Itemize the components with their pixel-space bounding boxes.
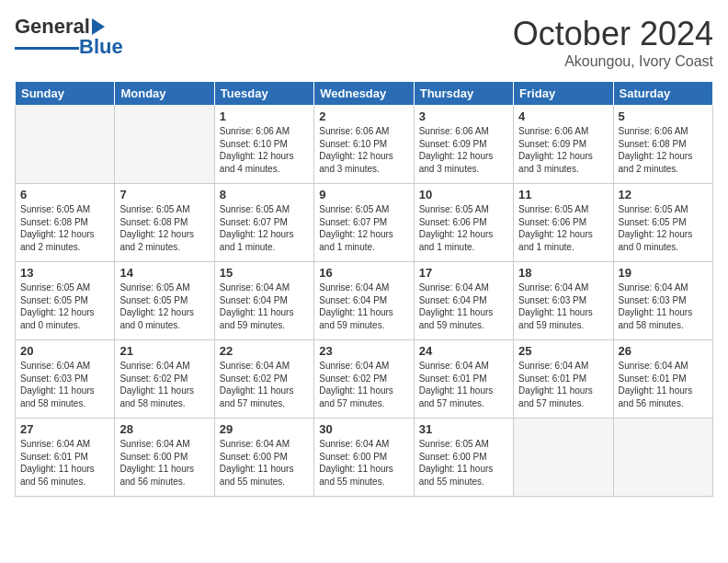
calendar-cell: 19Sunrise: 6:04 AM Sunset: 6:03 PM Dayli…	[613, 262, 712, 340]
day-number: 16	[319, 266, 408, 280]
logo: General Blue	[15, 15, 123, 59]
calendar-table: SundayMondayTuesdayWednesdayThursdayFrid…	[15, 81, 713, 497]
day-content: Sunrise: 6:04 AM Sunset: 6:02 PM Dayligh…	[220, 360, 309, 409]
calendar-cell: 28Sunrise: 6:04 AM Sunset: 6:00 PM Dayli…	[115, 419, 214, 497]
day-number: 12	[619, 188, 708, 201]
calendar-cell: 16Sunrise: 6:04 AM Sunset: 6:04 PM Dayli…	[314, 262, 414, 340]
day-content: Sunrise: 6:04 AM Sunset: 6:01 PM Dayligh…	[419, 360, 508, 409]
calendar-cell: 31Sunrise: 6:05 AM Sunset: 6:00 PM Dayli…	[414, 419, 513, 497]
day-content: Sunrise: 6:05 AM Sunset: 6:06 PM Dayligh…	[419, 203, 508, 253]
day-number: 14	[119, 266, 209, 280]
day-content: Sunrise: 6:04 AM Sunset: 6:03 PM Dayligh…	[20, 360, 109, 409]
calendar-cell	[514, 419, 613, 497]
logo-line	[15, 47, 79, 50]
calendar-cell: 11Sunrise: 6:05 AM Sunset: 6:06 PM Dayli…	[514, 184, 613, 262]
day-content: Sunrise: 6:04 AM Sunset: 6:03 PM Dayligh…	[619, 282, 708, 331]
day-number: 25	[518, 344, 608, 358]
calendar-cell: 1Sunrise: 6:06 AM Sunset: 6:10 PM Daylig…	[214, 106, 313, 184]
calendar-cell: 10Sunrise: 6:05 AM Sunset: 6:06 PM Dayli…	[414, 184, 513, 262]
col-header-saturday: Saturday	[613, 82, 712, 106]
day-content: Sunrise: 6:06 AM Sunset: 6:09 PM Dayligh…	[419, 125, 508, 175]
calendar-cell: 25Sunrise: 6:04 AM Sunset: 6:01 PM Dayli…	[514, 340, 613, 419]
day-content: Sunrise: 6:05 AM Sunset: 6:08 PM Dayligh…	[20, 203, 109, 253]
day-content: Sunrise: 6:04 AM Sunset: 6:01 PM Dayligh…	[518, 360, 608, 409]
day-number: 6	[20, 188, 109, 201]
day-number: 11	[518, 188, 608, 201]
calendar-cell: 12Sunrise: 6:05 AM Sunset: 6:05 PM Dayli…	[613, 184, 712, 262]
calendar-cell: 15Sunrise: 6:04 AM Sunset: 6:04 PM Dayli…	[214, 262, 313, 340]
day-content: Sunrise: 6:05 AM Sunset: 6:05 PM Dayligh…	[119, 282, 209, 331]
day-content: Sunrise: 6:04 AM Sunset: 6:04 PM Dayligh…	[220, 282, 309, 331]
calendar-cell: 14Sunrise: 6:05 AM Sunset: 6:05 PM Dayli…	[115, 262, 214, 340]
logo-text-blue: Blue	[79, 35, 123, 59]
day-content: Sunrise: 6:05 AM Sunset: 6:06 PM Dayligh…	[518, 203, 608, 253]
day-content: Sunrise: 6:04 AM Sunset: 6:01 PM Dayligh…	[20, 438, 109, 488]
col-header-thursday: Thursday	[414, 82, 513, 106]
logo-arrow-icon	[92, 18, 105, 35]
calendar-cell: 13Sunrise: 6:05 AM Sunset: 6:05 PM Dayli…	[16, 262, 115, 340]
col-header-friday: Friday	[514, 82, 613, 106]
day-number: 24	[419, 344, 508, 358]
calendar-cell	[16, 106, 115, 184]
calendar-cell	[613, 419, 712, 497]
calendar-cell: 2Sunrise: 6:06 AM Sunset: 6:10 PM Daylig…	[314, 106, 414, 184]
day-number: 7	[119, 188, 209, 201]
day-content: Sunrise: 6:05 AM Sunset: 6:07 PM Dayligh…	[319, 203, 408, 253]
calendar-cell: 23Sunrise: 6:04 AM Sunset: 6:02 PM Dayli…	[314, 340, 414, 419]
day-number: 19	[619, 266, 708, 280]
day-number: 15	[220, 266, 309, 280]
day-content: Sunrise: 6:04 AM Sunset: 6:01 PM Dayligh…	[619, 360, 708, 409]
day-content: Sunrise: 6:04 AM Sunset: 6:00 PM Dayligh…	[119, 438, 209, 488]
day-content: Sunrise: 6:06 AM Sunset: 6:09 PM Dayligh…	[518, 125, 608, 175]
day-number: 8	[220, 188, 309, 201]
day-content: Sunrise: 6:04 AM Sunset: 6:02 PM Dayligh…	[119, 360, 209, 409]
calendar-cell: 6Sunrise: 6:05 AM Sunset: 6:08 PM Daylig…	[16, 184, 115, 262]
day-content: Sunrise: 6:06 AM Sunset: 6:10 PM Dayligh…	[319, 125, 408, 175]
calendar-cell	[115, 106, 214, 184]
calendar-cell: 30Sunrise: 6:04 AM Sunset: 6:00 PM Dayli…	[314, 419, 414, 497]
calendar-cell: 26Sunrise: 6:04 AM Sunset: 6:01 PM Dayli…	[613, 340, 712, 419]
day-content: Sunrise: 6:06 AM Sunset: 6:10 PM Dayligh…	[220, 125, 309, 175]
day-number: 26	[619, 344, 708, 358]
day-content: Sunrise: 6:04 AM Sunset: 6:00 PM Dayligh…	[319, 438, 408, 488]
calendar-cell: 20Sunrise: 6:04 AM Sunset: 6:03 PM Dayli…	[16, 340, 115, 419]
day-content: Sunrise: 6:05 AM Sunset: 6:05 PM Dayligh…	[619, 203, 708, 253]
day-content: Sunrise: 6:05 AM Sunset: 6:00 PM Dayligh…	[419, 438, 508, 488]
day-content: Sunrise: 6:06 AM Sunset: 6:08 PM Dayligh…	[619, 125, 708, 175]
calendar-cell: 7Sunrise: 6:05 AM Sunset: 6:08 PM Daylig…	[115, 184, 214, 262]
col-header-monday: Monday	[115, 82, 214, 106]
day-content: Sunrise: 6:04 AM Sunset: 6:04 PM Dayligh…	[419, 282, 508, 331]
calendar-cell: 22Sunrise: 6:04 AM Sunset: 6:02 PM Dayli…	[214, 340, 313, 419]
calendar-cell: 4Sunrise: 6:06 AM Sunset: 6:09 PM Daylig…	[514, 106, 613, 184]
day-content: Sunrise: 6:05 AM Sunset: 6:05 PM Dayligh…	[20, 282, 109, 331]
day-number: 22	[220, 344, 309, 358]
calendar-cell: 29Sunrise: 6:04 AM Sunset: 6:00 PM Dayli…	[214, 419, 313, 497]
col-header-sunday: Sunday	[16, 82, 115, 106]
day-number: 5	[619, 109, 708, 123]
day-number: 31	[419, 422, 508, 436]
page-header: General Blue October 2024 Akoungou, Ivor…	[15, 15, 713, 70]
col-header-wednesday: Wednesday	[314, 82, 414, 106]
day-number: 29	[220, 422, 309, 436]
day-number: 2	[319, 109, 408, 123]
day-number: 10	[419, 188, 508, 201]
day-number: 1	[220, 109, 309, 123]
day-number: 3	[419, 109, 508, 123]
calendar-cell: 3Sunrise: 6:06 AM Sunset: 6:09 PM Daylig…	[414, 106, 513, 184]
day-content: Sunrise: 6:04 AM Sunset: 6:03 PM Dayligh…	[518, 282, 608, 331]
calendar-cell: 18Sunrise: 6:04 AM Sunset: 6:03 PM Dayli…	[514, 262, 613, 340]
day-number: 21	[119, 344, 209, 358]
day-number: 27	[20, 422, 109, 436]
calendar-cell: 5Sunrise: 6:06 AM Sunset: 6:08 PM Daylig…	[613, 106, 712, 184]
calendar-cell: 27Sunrise: 6:04 AM Sunset: 6:01 PM Dayli…	[16, 419, 115, 497]
calendar-cell: 17Sunrise: 6:04 AM Sunset: 6:04 PM Dayli…	[414, 262, 513, 340]
day-number: 13	[20, 266, 109, 280]
day-content: Sunrise: 6:04 AM Sunset: 6:00 PM Dayligh…	[220, 438, 309, 488]
title-block: October 2024 Akoungou, Ivory Coast	[513, 15, 713, 70]
day-number: 30	[319, 422, 408, 436]
day-number: 17	[419, 266, 508, 280]
day-content: Sunrise: 6:05 AM Sunset: 6:07 PM Dayligh…	[220, 203, 309, 253]
location: Akoungou, Ivory Coast	[513, 53, 713, 70]
day-content: Sunrise: 6:04 AM Sunset: 6:02 PM Dayligh…	[319, 360, 408, 409]
calendar-cell: 21Sunrise: 6:04 AM Sunset: 6:02 PM Dayli…	[115, 340, 214, 419]
